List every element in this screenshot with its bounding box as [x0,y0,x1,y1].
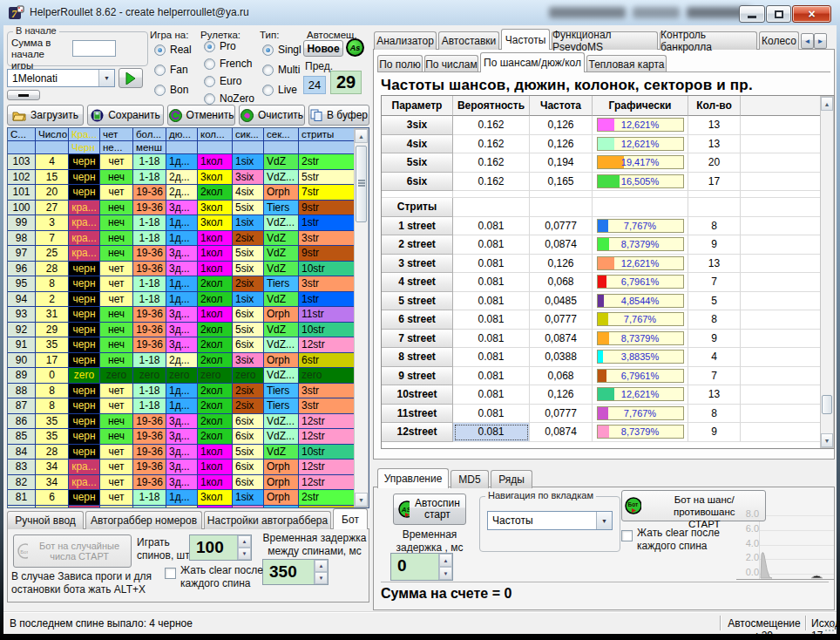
freq-prob-cell[interactable]: 0.081 [453,235,530,255]
grid-header-cell[interactable]: бол... [133,128,166,141]
freq-count-cell[interactable]: 9 [688,423,741,442]
grid-cell[interactable]: чет [100,460,133,475]
grid-cell[interactable]: кра... [69,215,100,231]
control-delay-stepper[interactable]: 0 ▲▼ [390,553,453,581]
grid-cell[interactable]: 3д... [166,323,198,338]
grid-cell[interactable]: 6 [36,490,69,506]
freq-count-cell[interactable]: 13 [688,116,741,135]
grid-cell[interactable]: 19-36 [133,337,166,353]
copy-to-buffer-button[interactable]: В буфер [308,105,369,126]
grid-cell[interactable]: 2д... [166,506,198,509]
freq-param-cell[interactable]: 6six [382,173,453,192]
grid-cell[interactable]: 2кол [198,337,233,353]
grid-header-cell[interactable] [166,141,198,154]
tab-frequencies[interactable]: Частоты [501,29,550,50]
grid-cell[interactable]: 1six [233,490,264,506]
grid-cell[interactable]: 6six [233,429,264,445]
freq-prob-cell[interactable]: 0.162 [453,153,530,173]
maximize-button[interactable] [766,5,791,23]
grid-cell[interactable]: 34 [36,460,69,475]
grid-cell[interactable]: 97 [8,246,36,262]
radio-icon[interactable] [204,58,215,70]
grid-cell[interactable]: 1six [233,215,264,231]
freq-param-cell[interactable]: 10street [382,385,453,405]
radio-icon[interactable] [154,44,166,56]
grid-header-cell[interactable]: Число [36,128,69,141]
grid-cell[interactable]: 5six [233,445,264,460]
grid-cell[interactable]: VdZ [264,323,299,338]
grid-cell[interactable]: 12str [299,429,356,445]
grid-cell[interactable]: 1-18 [133,276,166,292]
grid-cell[interactable]: 19-36 [133,262,166,277]
freq-prob-cell[interactable]: 0.081 [453,330,530,349]
subtab-by-numbers[interactable]: По числам [424,55,478,72]
grid-cell[interactable]: 2кол [198,276,233,292]
tab-bot[interactable]: Бот [333,508,368,529]
grid-cell[interactable]: 83 [8,460,36,475]
grid-cell[interactable]: 19-36 [133,460,166,475]
freq-graph-cell[interactable]: 19,417% [593,153,688,173]
radio-icon[interactable] [204,41,215,52]
grid-cell[interactable]: 3д... [166,460,198,475]
grid-cell[interactable]: неч [100,170,133,186]
grid-row[interactable]: 9229черннеч19-363д...2кол5sixVdZ10str [8,323,369,338]
grid-cell[interactable]: 1кол [198,246,233,262]
freq-count-cell[interactable]: 17 [688,173,741,192]
freq-param-cell[interactable]: 5 street [382,292,453,311]
grid-cell[interactable]: 95 [8,276,36,292]
grid-cell[interactable]: чет [100,154,133,170]
freq-freq-cell[interactable]: 0,126 [530,116,593,135]
freq-param-cell[interactable]: 3six [382,116,453,135]
freq-param-cell[interactable]: 1 street [382,217,453,236]
grid-cell[interactable]: 0 [36,368,69,384]
spin-down-icon[interactable]: ▼ [439,567,452,580]
tab-autograbber[interactable]: Автограббер номеров [85,511,202,529]
tab-rows[interactable]: Ряды [491,470,532,488]
grid-cell[interactable]: 19-36 [133,323,166,338]
grid-cell[interactable]: 2six [233,231,264,247]
grid-cell[interactable]: VdZ [264,154,299,170]
play-button[interactable] [119,68,143,88]
grid-cell[interactable]: Orph [264,475,299,491]
grid-header-cell[interactable] [299,141,356,154]
grid-cell[interactable]: 1кол [198,460,233,475]
freq-count-cell[interactable]: 9 [688,330,741,349]
grid-cell[interactable]: черн [69,292,100,308]
grid-cell[interactable]: 25 [36,246,69,262]
grid-cell[interactable]: 8 [36,276,69,292]
freq-graph-cell[interactable]: 4,8544% [593,292,688,311]
freq-param-cell[interactable]: 3 street [382,255,453,274]
start-sum-input[interactable] [72,40,116,57]
freq-prob-cell[interactable]: 0.081 [453,217,530,236]
freq-col-freq[interactable]: Частота [530,96,593,116]
freq-freq-cell[interactable]: 0,0777 [530,405,593,424]
grid-header-cell[interactable]: сек... [264,128,299,141]
grid-cell[interactable]: 6six [233,414,264,430]
freq-graph-cell[interactable]: 3,8835% [593,348,688,367]
grid-row[interactable]: 8234кра...чет19-363д...1кол6sixOrph12str [8,475,369,491]
grid-cell[interactable]: 1кол [198,445,233,460]
grid-cell[interactable]: Orph [264,307,299,323]
freq-freq-cell[interactable]: 0,0874 [530,235,593,255]
tab-manual-input[interactable]: Ручной ввод [7,511,84,529]
grid-cell[interactable]: 1д... [166,154,198,170]
grid-cell[interactable]: 1кол [198,475,233,491]
grid-cell[interactable]: 96 [8,262,36,277]
grid-cell[interactable]: 85 [8,429,36,445]
grid-cell[interactable]: 16 [36,506,69,509]
grid-cell[interactable]: 102 [8,170,36,186]
freq-freq-cell[interactable]: 0,126 [530,385,593,405]
radio-multi[interactable]: Multi [262,64,300,76]
grid-header-cell[interactable] [36,141,69,154]
freq-freq-cell[interactable]: 0,0388 [530,348,593,367]
grid-cell[interactable]: чет [100,445,133,460]
grid-cell[interactable]: 1д... [166,292,198,308]
grid-row[interactable]: 890zerozerozerozerozerozeroVdZ...zero [8,368,369,384]
radio-icon[interactable] [262,65,274,76]
grid-cell[interactable]: 1д... [166,398,198,414]
grid-cell[interactable]: черн [69,398,100,414]
grid-cell[interactable]: 1-18 [133,353,166,369]
freq-prob-cell[interactable]: 0.081 [453,255,530,274]
grid-cell[interactable]: черн [69,384,100,399]
grid-cell[interactable]: черн [69,185,100,201]
